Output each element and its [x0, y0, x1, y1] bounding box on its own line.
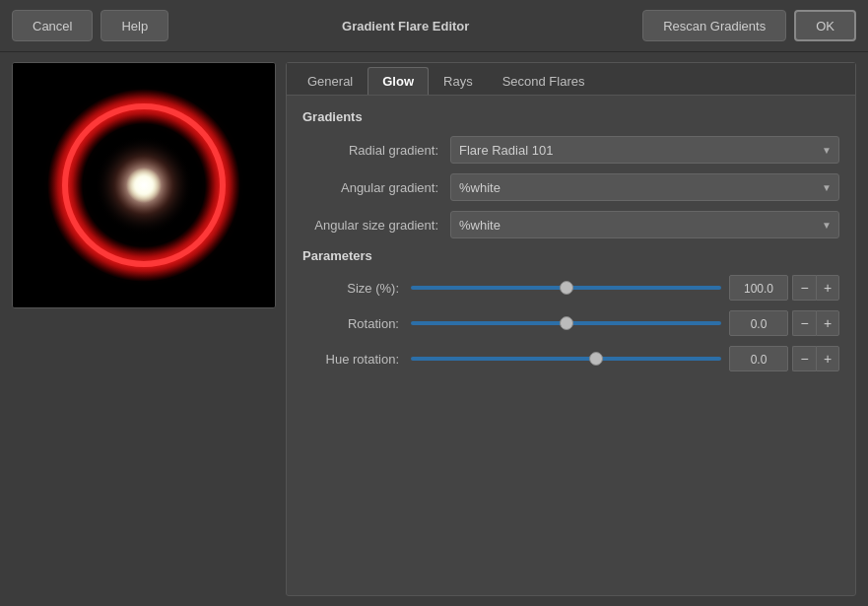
- preview-canvas: [13, 63, 275, 307]
- rotation-value: 0.0: [729, 310, 788, 336]
- angular-size-gradient-dropdown-container: %white ▼: [450, 211, 839, 238]
- tab-rays[interactable]: Rays: [429, 67, 488, 95]
- hue-btn-group: − +: [792, 346, 839, 371]
- hue-decrement-button[interactable]: −: [792, 346, 816, 371]
- toolbar: Cancel Help Gradient Flare Editor Rescan…: [0, 0, 868, 52]
- size-slider[interactable]: [411, 286, 721, 290]
- size-value: 100.0: [729, 275, 788, 301]
- cancel-button[interactable]: Cancel: [12, 10, 93, 41]
- rotation-label: Rotation:: [302, 316, 411, 331]
- tab-content: Gradients Radial gradient: Flare Radial …: [287, 96, 855, 595]
- hue-value: 0.0: [729, 346, 788, 371]
- rotation-slider-container: [411, 313, 721, 333]
- hue-slider[interactable]: [411, 357, 721, 361]
- ok-button[interactable]: OK: [794, 10, 856, 41]
- hue-increment-button[interactable]: +: [816, 346, 839, 371]
- parameters-section: Parameters Size (%): 100.0 − + Rotation:: [302, 248, 839, 371]
- radial-gradient-dropdown-container: Flare Radial 101 ▼: [450, 136, 839, 164]
- tab-general[interactable]: General: [293, 67, 367, 95]
- size-increment-button[interactable]: +: [816, 275, 839, 301]
- rescan-button[interactable]: Rescan Gradients: [642, 10, 786, 41]
- size-slider-container: [411, 278, 721, 298]
- rotation-slider[interactable]: [411, 321, 721, 325]
- help-button[interactable]: Help: [100, 10, 168, 41]
- hue-slider-container: [411, 349, 721, 369]
- hue-label: Hue rotation:: [302, 352, 411, 367]
- rotation-decrement-button[interactable]: −: [792, 310, 816, 336]
- rotation-btn-group: − +: [792, 310, 839, 336]
- angular-gradient-row: Angular gradient: %white ▼: [302, 173, 839, 201]
- angular-size-gradient-select[interactable]: %white: [450, 211, 839, 238]
- size-decrement-button[interactable]: −: [792, 275, 816, 301]
- main-content: General Glow Rays Second Flares Gradient…: [0, 52, 868, 606]
- toolbar-title: Gradient Flare Editor: [176, 19, 634, 34]
- radial-gradient-row: Radial gradient: Flare Radial 101 ▼: [302, 136, 839, 164]
- radial-gradient-label: Radial gradient:: [302, 143, 450, 158]
- tab-glow[interactable]: Glow: [367, 67, 429, 95]
- angular-size-gradient-label: Angular size gradient:: [302, 218, 450, 233]
- tab-second-flares[interactable]: Second Flares: [488, 67, 600, 95]
- rotation-increment-button[interactable]: +: [816, 310, 839, 336]
- angular-gradient-dropdown-container: %white ▼: [450, 173, 839, 201]
- angular-gradient-select[interactable]: %white: [450, 173, 839, 201]
- angular-size-gradient-row: Angular size gradient: %white ▼: [302, 211, 839, 238]
- rotation-row: Rotation: 0.0 − +: [302, 310, 839, 336]
- gradients-header: Gradients: [302, 109, 839, 124]
- tabs-bar: General Glow Rays Second Flares: [287, 63, 855, 96]
- size-label: Size (%):: [302, 281, 411, 296]
- size-btn-group: − +: [792, 275, 839, 301]
- preview-panel: [12, 62, 276, 308]
- angular-gradient-label: Angular gradient:: [302, 180, 450, 195]
- size-row: Size (%): 100.0 − +: [302, 275, 839, 301]
- radial-gradient-select[interactable]: Flare Radial 101: [450, 136, 839, 164]
- right-panel: General Glow Rays Second Flares Gradient…: [286, 62, 856, 596]
- hue-row: Hue rotation: 0.0 − +: [302, 346, 839, 371]
- parameters-header: Parameters: [302, 248, 839, 263]
